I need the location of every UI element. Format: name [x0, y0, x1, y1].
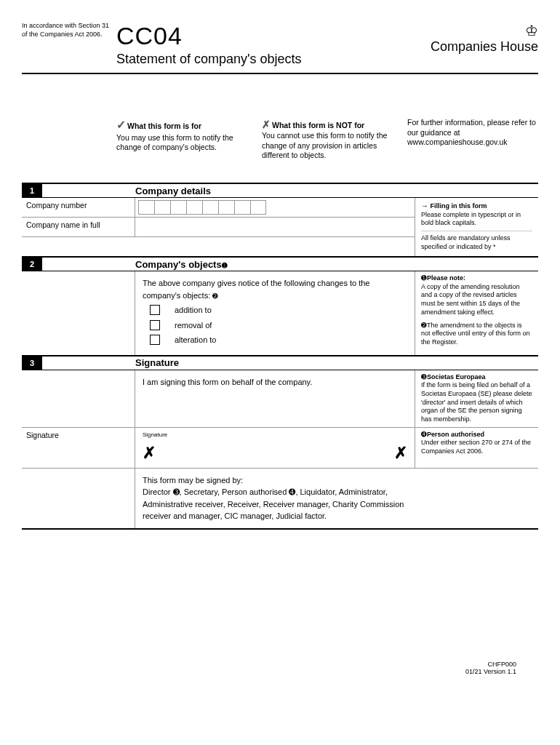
section-3-num: 3: [22, 356, 42, 370]
signature-label: Signature: [22, 428, 135, 468]
signed-by-intro: This form may be signed by:: [143, 476, 243, 485]
footer-code: CHFP000: [22, 661, 516, 668]
section-2-intro: The above company gives notice of the fo…: [143, 279, 369, 300]
not-for-title: What this form is NOT for: [272, 121, 364, 130]
not-for-text: You cannot use this form to notify the c…: [262, 131, 387, 159]
filling-title: Filling in this form: [431, 202, 487, 210]
crown-icon: ♔: [431, 22, 538, 39]
alteration-label: alteration to: [175, 334, 216, 346]
arrow-icon: →: [421, 202, 428, 210]
section-1-num: 1: [22, 184, 42, 197]
sig-x-right: ✗: [394, 441, 407, 465]
agency-name: Companies House: [431, 39, 538, 55]
company-name-label: Company name in full: [22, 218, 135, 236]
section-1-title: Company details: [135, 186, 211, 196]
note4-title: Person authorised: [427, 431, 484, 438]
section-2-title: Company's objects➊: [135, 259, 228, 270]
note2-text: The amendment to the objects is not effe…: [421, 322, 529, 346]
removal-checkbox[interactable]: [150, 320, 160, 330]
note4-text: Under either section 270 or 274 of the C…: [421, 439, 531, 455]
note1-title: Please note:: [427, 274, 465, 282]
company-name-input[interactable]: [135, 218, 415, 236]
company-number-label: Company number: [22, 198, 135, 217]
signed-by-list: Director ➌, Secretary, Person authorised…: [143, 487, 404, 520]
further-url: www.companieshouse.gov.uk: [407, 138, 508, 146]
company-number-input[interactable]: [135, 198, 415, 217]
filling-text2: All fields are mandatory unless specifie…: [421, 234, 511, 250]
note3-title: Societas Europaea: [427, 373, 486, 381]
form-code: CC04: [116, 22, 431, 50]
company-name-input-2[interactable]: [135, 237, 415, 256]
check-icon: ✓: [116, 119, 126, 131]
footer-version: 01/21 Version 1.1: [22, 668, 516, 675]
sig-x-left: ✗: [143, 441, 156, 465]
is-for-title: What this form is for: [127, 121, 201, 130]
further-text: For further information, please refer to…: [407, 118, 536, 137]
section-2-num: 2: [22, 258, 42, 271]
is-for-text: You may use this form to notify the chan…: [116, 133, 233, 152]
section-3-title: Signature: [135, 357, 179, 368]
addition-checkbox[interactable]: [150, 305, 160, 315]
sig-field-label: Signature: [143, 431, 407, 439]
alteration-checkbox[interactable]: [150, 335, 160, 345]
accordance-text: In accordance with Section 31 of the Com…: [22, 22, 116, 39]
signature-field[interactable]: ✗ ✗: [143, 441, 407, 465]
form-title: Statement of company's objects: [116, 52, 431, 67]
removal-label: removal of: [175, 319, 212, 332]
note3-text: If the form is being filed on behalf of …: [421, 381, 532, 423]
addition-label: addition to: [175, 304, 212, 316]
x-icon: ✗: [262, 119, 271, 130]
note1-text: A copy of the amending resolution and a …: [421, 283, 520, 316]
filling-text1: Please complete in typescript or in bold…: [421, 211, 521, 227]
section-3-intro: I am signing this form on behalf of the …: [143, 378, 312, 386]
